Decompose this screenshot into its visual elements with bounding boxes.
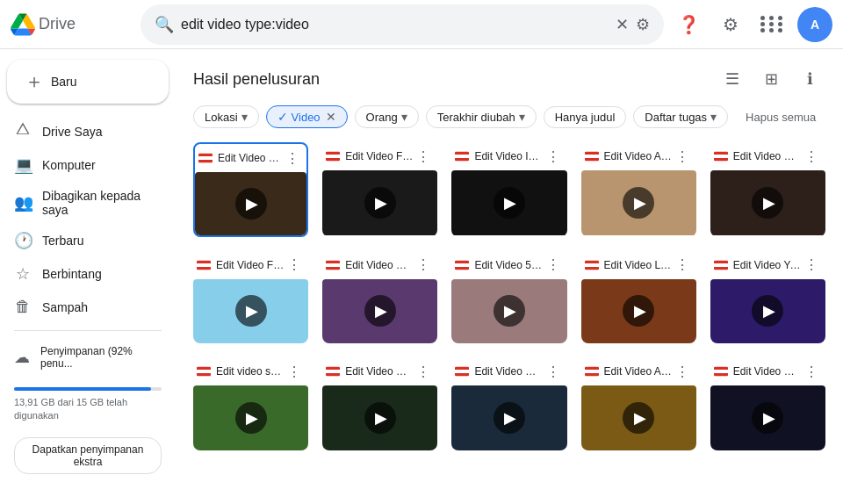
new-button[interactable]: ＋ Baru: [7, 60, 169, 104]
play-button[interactable]: ▶: [623, 402, 654, 434]
video-card[interactable]: Edit Video Intro ... ⋮ ▶: [451, 142, 566, 237]
video-title-area: Edit video sprea...: [197, 364, 284, 378]
video-card[interactable]: Edit Video Encan... ⋮ ▶: [322, 251, 437, 344]
search-clear-icon[interactable]: ✕: [616, 15, 629, 34]
play-button[interactable]: ▶: [494, 295, 525, 327]
svg-rect-7: [585, 155, 599, 158]
video-more-button[interactable]: ⋮: [282, 148, 303, 169]
info-button[interactable]: ℹ: [794, 63, 825, 95]
sidebar-item-sampah[interactable]: 🗑 Sampah: [0, 291, 169, 323]
video-thumbnail[interactable]: ▶: [451, 385, 566, 450]
settings-button[interactable]: ⚙: [713, 7, 748, 42]
video-thumbnail[interactable]: ▶: [322, 170, 437, 235]
video-thumbnail[interactable]: ▶: [451, 170, 566, 235]
search-input[interactable]: [181, 17, 609, 32]
video-more-button[interactable]: ⋮: [413, 255, 434, 276]
video-card-header: Edit Video Encan... ⋮: [322, 251, 437, 279]
video-thumbnail[interactable]: ▶: [322, 279, 437, 344]
help-button[interactable]: ❓: [671, 7, 706, 42]
video-title-area: Edit Video Nobo...: [714, 149, 801, 163]
video-more-button[interactable]: ⋮: [801, 255, 822, 276]
video-card[interactable]: Edit Video Nobo... ⋮ ▶: [710, 142, 825, 237]
video-card[interactable]: Edit Video Lolita... ⋮ ▶: [581, 251, 696, 344]
play-button[interactable]: ▶: [494, 187, 525, 219]
search-filter-icon[interactable]: ⚙: [636, 15, 650, 34]
play-button[interactable]: ▶: [752, 295, 783, 327]
svg-rect-25: [455, 370, 469, 373]
filter-hanya-judul[interactable]: Hanya judul: [544, 106, 627, 128]
video-card[interactable]: Edit Video Abov... ⋮ ▶: [581, 357, 696, 450]
video-more-button[interactable]: ⋮: [801, 146, 822, 167]
play-button[interactable]: ▶: [752, 402, 783, 434]
video-more-button[interactable]: ⋮: [543, 361, 564, 382]
filter-terakhir[interactable]: Terakhir diubah ▾: [426, 105, 537, 128]
video-thumbnail[interactable]: ▶: [710, 170, 825, 235]
sidebar-item-berbintang[interactable]: ☆ Berbintang: [0, 257, 169, 291]
video-close-icon[interactable]: ✕: [326, 110, 336, 124]
play-button[interactable]: ▶: [235, 402, 267, 434]
filter-daftar-tugas[interactable]: Daftar tugas ▾: [633, 105, 728, 128]
play-icon: ▶: [634, 193, 646, 212]
play-button[interactable]: ▶: [494, 402, 525, 434]
video-thumbnail[interactable]: ▶: [581, 170, 696, 235]
video-card[interactable]: Edit Video 50 sh... ⋮ ▶: [451, 251, 566, 344]
video-card[interactable]: Edit Video Yaksa... ⋮ ▶: [710, 251, 825, 344]
play-icon: ▶: [375, 301, 387, 320]
video-title: Edit video sprea...: [216, 365, 284, 378]
video-thumbnail[interactable]: ▶: [193, 279, 308, 344]
video-thumbnail[interactable]: ▶: [193, 385, 308, 450]
view-actions: ☰ ⊞ ℹ: [717, 63, 825, 95]
video-more-button[interactable]: ⋮: [672, 146, 693, 167]
sidebar-item-dibagikan[interactable]: 👥 Dibagikan kepada saya: [0, 182, 169, 224]
video-more-button[interactable]: ⋮: [413, 146, 434, 167]
grid-view-button[interactable]: ⊞: [755, 63, 787, 95]
video-card[interactable]: Edit Video Bad ... ⋮ ▶: [710, 357, 825, 450]
filter-orang[interactable]: Orang ▾: [355, 105, 419, 128]
video-thumbnail[interactable]: ▶: [710, 279, 825, 344]
play-button[interactable]: ▶: [752, 187, 783, 219]
sidebar-item-komputer[interactable]: 💻 Komputer: [0, 148, 169, 182]
video-title-area: Edit Video Close...: [455, 364, 542, 378]
play-icon: ▶: [763, 193, 775, 212]
video-card[interactable]: Edit Video Gifte... ⋮ ▶: [193, 142, 308, 237]
profile-avatar[interactable]: A: [797, 7, 832, 42]
extra-storage-button[interactable]: Dapatkan penyimpanan ekstra: [14, 437, 162, 474]
video-thumbnail[interactable]: ▶: [451, 279, 566, 344]
play-button[interactable]: ▶: [623, 187, 654, 219]
apps-button[interactable]: [755, 7, 790, 42]
sidebar-item-terbaru[interactable]: 🕐 Terbaru: [0, 224, 169, 257]
video-thumbnail[interactable]: ▶: [581, 385, 696, 450]
video-card[interactable]: Edit Video Anjin... ⋮ ▶: [581, 142, 696, 237]
video-card[interactable]: Edit Video Black ... ⋮ ▶: [322, 357, 437, 450]
sidebar-item-penyimpanan[interactable]: ☁ Penyimpanan (92% penu...: [0, 338, 169, 377]
video-thumbnail[interactable]: ▶: [710, 385, 825, 450]
play-button[interactable]: ▶: [235, 295, 267, 327]
list-view-button[interactable]: ☰: [717, 63, 748, 95]
video-card[interactable]: Edit video sprea... ⋮ ▶: [193, 357, 308, 450]
play-button[interactable]: ▶: [364, 295, 396, 327]
video-thumbnail[interactable]: ▶: [581, 279, 696, 344]
video-thumbnail[interactable]: ▶: [195, 172, 306, 235]
video-more-button[interactable]: ⋮: [284, 255, 305, 276]
hapus-semua-button[interactable]: Hapus semua: [739, 107, 823, 127]
video-card[interactable]: Edit Video Finch _ ⋮ ▶: [322, 142, 437, 237]
play-button[interactable]: ▶: [235, 188, 267, 220]
play-button[interactable]: ▶: [623, 295, 654, 327]
sidebar-item-drive-saya[interactable]: Drive Saya: [0, 114, 169, 148]
play-button[interactable]: ▶: [364, 187, 396, 219]
video-more-button[interactable]: ⋮: [284, 361, 305, 382]
video-title: Edit Video Anjin...: [604, 150, 672, 162]
video-thumbnail[interactable]: ▶: [322, 385, 437, 450]
video-more-button[interactable]: ⋮: [801, 361, 822, 382]
video-more-button[interactable]: ⋮: [543, 146, 564, 167]
video-more-button[interactable]: ⋮: [672, 255, 693, 276]
video-card[interactable]: Edit Video Free ... ⋮ ▶: [193, 251, 308, 344]
play-button[interactable]: ▶: [364, 402, 396, 434]
video-more-button[interactable]: ⋮: [413, 361, 434, 382]
filter-lokasi[interactable]: Lokasi ▾: [193, 105, 259, 128]
video-more-button[interactable]: ⋮: [543, 255, 564, 276]
video-card[interactable]: Edit Video Close... ⋮ ▶: [451, 357, 566, 450]
video-more-button[interactable]: ⋮: [672, 361, 693, 382]
filter-video[interactable]: ✓ Video ✕: [266, 105, 348, 128]
svg-rect-5: [455, 155, 469, 158]
